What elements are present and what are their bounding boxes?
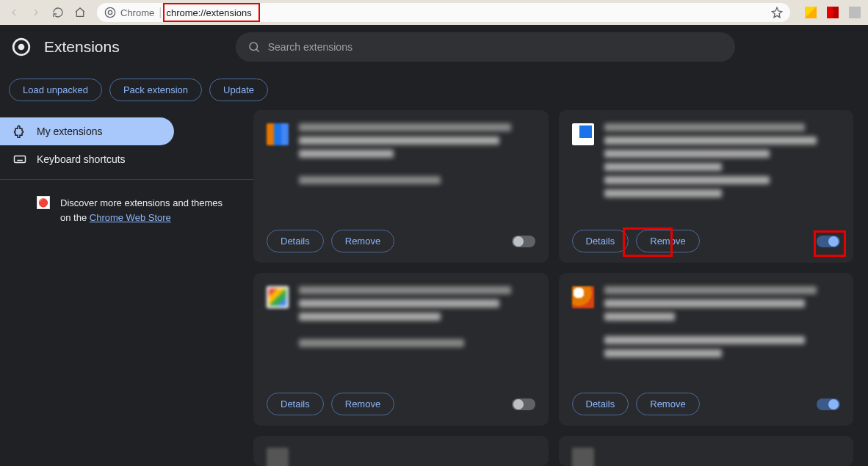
divider	[0, 179, 253, 180]
extension-card: Details Remove	[253, 110, 549, 263]
enable-toggle[interactable]	[512, 398, 535, 410]
svg-rect-5	[15, 156, 26, 163]
svg-point-4	[250, 43, 258, 51]
enable-toggle[interactable]	[512, 236, 535, 247]
load-unpacked-button[interactable]: Load unpacked	[9, 79, 102, 101]
chrome-icon	[104, 7, 116, 18]
redacted-text	[604, 349, 723, 357]
url-text: chrome://extensions	[166, 7, 251, 18]
redacted-text	[299, 286, 511, 294]
page-title: Extensions	[44, 38, 120, 56]
redacted-text	[299, 150, 394, 158]
search-input[interactable]	[268, 41, 723, 53]
extension-icon	[267, 448, 289, 466]
sidebar-item-my-extensions[interactable]: My extensions	[0, 117, 174, 145]
bookmark-star-icon[interactable]	[771, 7, 783, 18]
reload-button[interactable]	[48, 3, 68, 22]
extensions-grid: Details Remove Details Remove	[253, 110, 868, 466]
remove-button[interactable]: Remove	[331, 230, 394, 252]
sidebar-item-label: My extensions	[37, 125, 102, 137]
redacted-text	[604, 286, 817, 294]
enable-toggle[interactable]	[817, 236, 840, 247]
remove-button[interactable]: Remove	[331, 393, 394, 415]
extension-icon	[572, 123, 594, 145]
sidebar: My extensions Keyboard shortcuts 🔴 Disco…	[0, 110, 253, 466]
extension-shortcut-icon[interactable]	[802, 4, 820, 21]
redacted-text	[604, 189, 723, 197]
redacted-text	[604, 150, 770, 158]
details-button[interactable]: Details	[267, 393, 324, 415]
update-button[interactable]: Update	[209, 79, 268, 101]
chrome-web-store-icon: 🔴	[37, 196, 50, 209]
extension-card: Details Remove	[559, 110, 854, 263]
extensions-logo-icon	[12, 37, 31, 57]
redacted-text	[604, 163, 723, 171]
chrome-web-store-link[interactable]: Chrome Web Store	[90, 212, 171, 223]
details-button[interactable]: Details	[572, 393, 629, 415]
search-icon	[247, 40, 261, 54]
svg-point-1	[108, 10, 112, 14]
extension-shortcut-icon[interactable]	[846, 4, 864, 21]
extension-icons-tray	[802, 4, 864, 21]
redacted-text	[604, 176, 770, 184]
extension-card: Details Remove	[253, 273, 549, 426]
extension-icon	[572, 286, 594, 308]
puzzle-icon	[13, 125, 26, 138]
browser-toolbar: Chrome | chrome://extensions	[0, 0, 868, 25]
remove-button[interactable]: Remove	[636, 393, 699, 415]
extension-icon	[267, 123, 289, 145]
redacted-text	[604, 123, 805, 131]
details-button[interactable]: Details	[572, 230, 629, 252]
page-header: Extensions	[0, 25, 868, 69]
extension-card	[253, 436, 549, 466]
redacted-text	[299, 176, 441, 184]
details-button[interactable]: Details	[267, 230, 324, 252]
redacted-text	[299, 136, 499, 145]
pack-extension-button[interactable]: Pack extension	[109, 79, 202, 101]
redacted-text	[299, 299, 499, 307]
url-scheme-label: Chrome	[120, 7, 154, 18]
extension-icon	[267, 286, 289, 308]
svg-point-3	[18, 44, 25, 51]
home-button[interactable]	[70, 3, 90, 22]
address-bar[interactable]: Chrome | chrome://extensions	[97, 3, 790, 22]
dev-actions-row: Load unpacked Pack extension Update	[0, 69, 868, 110]
enable-toggle[interactable]	[817, 398, 840, 410]
redacted-text	[299, 123, 511, 131]
sidebar-item-label: Keyboard shortcuts	[37, 153, 126, 165]
keyboard-icon	[13, 153, 26, 166]
discover-section: 🔴 Discover more extensions and themes on…	[0, 186, 253, 235]
redacted-text	[604, 136, 817, 145]
extension-card	[559, 436, 854, 466]
extension-icon	[572, 448, 594, 466]
search-box[interactable]	[236, 32, 735, 62]
redacted-text	[604, 299, 805, 307]
redacted-text	[299, 313, 441, 321]
extension-card: Details Remove	[559, 273, 854, 426]
redacted-text	[604, 336, 805, 344]
remove-button[interactable]: Remove	[636, 230, 699, 252]
redacted-text	[299, 339, 464, 347]
sidebar-item-keyboard-shortcuts[interactable]: Keyboard shortcuts	[0, 145, 174, 173]
back-button[interactable]	[4, 3, 23, 22]
svg-point-0	[105, 7, 115, 17]
redacted-text	[604, 313, 675, 321]
forward-button[interactable]	[26, 3, 46, 22]
extension-shortcut-icon[interactable]	[824, 4, 842, 21]
